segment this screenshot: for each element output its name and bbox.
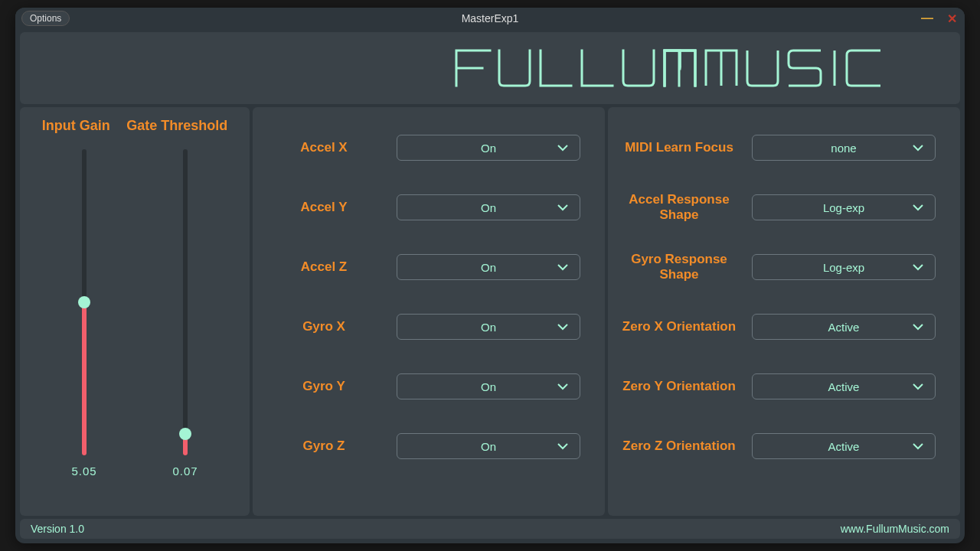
- gate-threshold-value: 0.07: [172, 465, 198, 478]
- gyro-shape-value: Log-exp: [823, 261, 864, 274]
- sliders-panel: Input Gain Gate Threshold 5.05 0.07: [20, 107, 250, 516]
- brand-logo: [452, 44, 942, 92]
- zero-z-value: Active: [828, 440, 860, 453]
- chevron-down-icon: [912, 383, 924, 390]
- zero-z-dropdown[interactable]: Active: [752, 433, 936, 459]
- footer-url[interactable]: www.FullumMusic.com: [841, 523, 949, 535]
- options-button[interactable]: Options: [21, 11, 70, 26]
- chevron-down-icon: [912, 263, 924, 271]
- content-row: Input Gain Gate Threshold 5.05 0.07: [15, 106, 965, 517]
- accel-z-label: Accel Z: [266, 259, 381, 275]
- gyro-x-dropdown[interactable]: On: [397, 314, 580, 340]
- zero-y-label: Zero Y Orientation: [622, 379, 737, 394]
- accel-z-dropdown[interactable]: On: [397, 254, 580, 280]
- accel-y-label: Accel Y: [266, 200, 381, 215]
- chevron-down-icon: [557, 263, 569, 271]
- chevron-down-icon: [557, 442, 569, 450]
- gyro-shape-dropdown[interactable]: Log-exp: [752, 254, 936, 280]
- gyro-x-label: Gyro X: [266, 319, 381, 334]
- input-gain-label: Input Gain: [42, 118, 110, 134]
- zero-y-value: Active: [828, 380, 860, 393]
- accel-x-value: On: [481, 142, 496, 155]
- accel-x-label: Accel X: [266, 140, 381, 155]
- chevron-down-icon: [912, 323, 924, 331]
- gyro-shape-label: Gyro Response Shape: [622, 252, 737, 282]
- gyro-y-value: On: [481, 380, 496, 393]
- window-title: MasterExp1: [15, 12, 965, 24]
- zero-z-label: Zero Z Orientation: [622, 439, 737, 454]
- accel-x-dropdown[interactable]: On: [397, 135, 580, 161]
- accel-y-value: On: [481, 201, 496, 214]
- gate-threshold-slider[interactable]: 0.07: [162, 149, 208, 505]
- chevron-down-icon: [557, 323, 569, 331]
- input-gain-slider[interactable]: 5.05: [61, 149, 107, 505]
- chevron-down-icon: [912, 442, 924, 450]
- version-label: Version 1.0: [31, 523, 84, 535]
- chevron-down-icon: [557, 144, 569, 152]
- zero-x-label: Zero X Orientation: [622, 319, 737, 334]
- window-controls: — ✕: [921, 11, 957, 26]
- gate-threshold-label: Gate Threshold: [126, 118, 227, 134]
- accel-y-dropdown[interactable]: On: [397, 194, 580, 220]
- chevron-down-icon: [557, 383, 569, 390]
- accel-shape-value: Log-exp: [823, 201, 864, 214]
- gyro-y-label: Gyro Y: [266, 379, 381, 394]
- footer: Version 1.0 www.FullumMusic.com: [20, 519, 960, 539]
- gyro-z-value: On: [481, 440, 496, 453]
- chevron-down-icon: [912, 144, 924, 152]
- midi-learn-label: MIDI Learn Focus: [622, 140, 737, 155]
- app-window: Options MasterExp1 — ✕: [15, 8, 965, 543]
- zero-x-value: Active: [828, 321, 860, 334]
- gyro-x-value: On: [481, 321, 496, 334]
- input-gain-value: 5.05: [71, 465, 96, 478]
- settings-panel: MIDI Learn Focus none Accel Response Sha…: [608, 107, 960, 516]
- axis-panel: Accel X On Accel Y On Accel Z On: [253, 107, 605, 516]
- gyro-y-dropdown[interactable]: On: [397, 373, 580, 399]
- close-icon[interactable]: ✕: [947, 11, 957, 26]
- chevron-down-icon: [557, 204, 569, 211]
- header-panel: [20, 32, 960, 104]
- midi-learn-dropdown[interactable]: none: [752, 135, 936, 161]
- accel-shape-dropdown[interactable]: Log-exp: [752, 194, 936, 220]
- midi-learn-value: none: [831, 142, 856, 155]
- accel-shape-label: Accel Response Shape: [622, 192, 737, 222]
- accel-z-value: On: [481, 261, 496, 274]
- chevron-down-icon: [912, 204, 924, 211]
- zero-y-dropdown[interactable]: Active: [752, 373, 936, 399]
- titlebar: Options MasterExp1 — ✕: [15, 8, 965, 29]
- minimize-icon[interactable]: —: [921, 11, 933, 25]
- gyro-z-dropdown[interactable]: On: [397, 433, 580, 459]
- gyro-z-label: Gyro Z: [266, 439, 381, 454]
- zero-x-dropdown[interactable]: Active: [752, 314, 936, 340]
